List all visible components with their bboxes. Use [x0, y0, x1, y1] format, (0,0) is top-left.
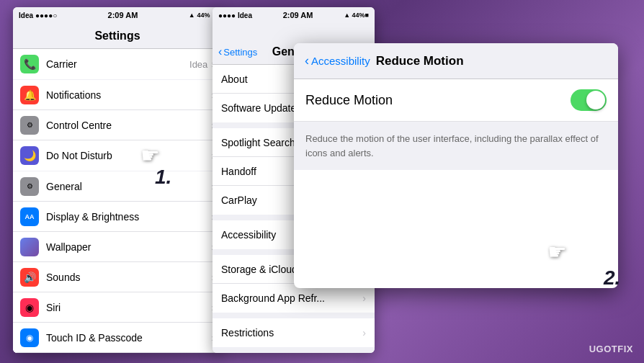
settings-item-touchid[interactable]: ◉ Touch ID & Passcode › — [13, 323, 222, 353]
back-to-settings[interactable]: ‹ Settings — [218, 45, 257, 58]
settings-group-carrier: 📞 Carrier Idea › — [13, 49, 222, 79]
notifications-icon: 🔔 — [20, 86, 39, 104]
toggle-knob — [586, 91, 605, 109]
status-bar-middle: ●●●● Idea 2:09 AM ▲ 44%■ — [213, 7, 375, 23]
middle-status-right: ▲ 44%■ — [344, 12, 369, 19]
back-label: Settings — [223, 47, 257, 58]
status-bar-left-section: Idea ●●●●○ — [19, 12, 57, 19]
sounds-label: Sounds — [46, 272, 211, 283]
step-1-label: 1. — [155, 166, 171, 189]
watermark-text: UGOTFIX — [589, 344, 633, 354]
settings-item-carrier[interactable]: 📞 Carrier Idea › — [13, 49, 222, 79]
carrier-value: Idea — [189, 59, 207, 70]
reduce-motion-body: Reduce Motion Reduce the motion of the u… — [294, 79, 618, 170]
reduce-motion-toggle[interactable] — [571, 89, 607, 111]
middle-time: 2:09 AM — [283, 11, 313, 19]
restrictions-chevron: › — [362, 327, 366, 339]
settings-nav-bar: Settings — [13, 23, 222, 49]
reduce-motion-title: Reduce Motion — [376, 54, 464, 68]
carrier-icon: 📞 — [20, 55, 39, 73]
control-centre-label: Control Centre — [46, 120, 211, 131]
do-not-disturb-icon: 🌙 — [20, 146, 39, 165]
sounds-icon: 🔊 — [20, 268, 39, 287]
bluetooth-icon: ▲ — [189, 12, 195, 19]
notifications-label: Notifications — [46, 89, 211, 101]
back-chevron-icon: ‹ — [218, 45, 222, 58]
signal-icon: ●●●●○ — [35, 12, 57, 19]
restrictions-label: Restrictions — [221, 327, 362, 339]
settings-title: Settings — [94, 30, 140, 42]
display-icon: AA — [20, 207, 39, 226]
cursor-hand-2: ☛ — [547, 239, 567, 264]
general-icon: ⚙ — [20, 177, 39, 196]
wallpaper-label: Wallpaper — [46, 241, 211, 253]
reduce-motion-toggle-row: Reduce Motion — [294, 79, 618, 122]
settings-item-wallpaper[interactable]: Wallpaper › — [13, 232, 222, 262]
touchid-icon: ◉ — [20, 328, 39, 347]
settings-item-siri[interactable]: ◉ Siri › — [13, 292, 222, 323]
settings-group-main: 🔔 Notifications › ⚙ Control Centre › 🌙 D… — [13, 80, 222, 171]
background-app-label: Background App Refr... — [221, 292, 362, 304]
settings-item-control-centre[interactable]: ⚙ Control Centre › — [13, 110, 222, 140]
settings-item-display[interactable]: AA Display & Brightness › — [13, 202, 222, 232]
wallpaper-icon — [20, 238, 39, 256]
reduce-motion-toggle-label: Reduce Motion — [305, 93, 571, 108]
general-label: General — [46, 181, 211, 192]
display-label: Display & Brightness — [46, 211, 211, 223]
do-not-disturb-label: Do Not Disturb — [46, 150, 211, 161]
rm-back-chevron-icon: ‹ — [305, 53, 309, 68]
background-app-chevron: › — [362, 292, 366, 304]
rm-back-label: Accessibility — [311, 55, 370, 67]
middle-carrier: ●●●● Idea — [218, 12, 252, 19]
control-centre-icon: ⚙ — [20, 116, 39, 135]
battery-percent: 44% — [197, 12, 210, 19]
settings-item-do-not-disturb[interactable]: 🌙 Do Not Disturb › — [13, 140, 222, 171]
reduce-motion-panel: ‹ Accessibility Reduce Motion Reduce Mot… — [294, 43, 618, 288]
status-bar-middle-left: ●●●● Idea — [218, 12, 252, 19]
settings-list: 📞 Carrier Idea › 🔔 Notifications › ⚙ Con… — [13, 49, 222, 353]
step-2-label: 2. — [604, 266, 620, 290]
settings-item-notifications[interactable]: 🔔 Notifications › — [13, 80, 222, 110]
reduce-motion-description: Reduce the motion of the user interface,… — [294, 122, 618, 170]
left-settings-panel: Idea ●●●●○ 2:09 AM ▲ 44% ■ Settings 📞 Ca… — [13, 7, 222, 353]
back-to-accessibility[interactable]: ‹ Accessibility — [305, 53, 370, 68]
settings-item-sounds[interactable]: 🔊 Sounds › — [13, 262, 222, 292]
status-bar-left: Idea ●●●●○ 2:09 AM ▲ 44% ■ — [13, 7, 222, 23]
carrier-name: Idea — [19, 12, 33, 19]
carrier-label: Carrier — [46, 58, 189, 70]
settings-item-general[interactable]: ⚙ General › — [13, 171, 222, 202]
time-display: 2:09 AM — [108, 11, 138, 19]
middle-bt: ▲ 44%■ — [344, 12, 369, 19]
settings-group-general: ⚙ General › AA Display & Brightness › Wa… — [13, 171, 222, 353]
watermark: UGOTFIX — [589, 344, 633, 354]
cursor-hand-1: ☛ — [140, 143, 160, 168]
general-item-background-app[interactable]: Background App Refr... › — [213, 284, 375, 313]
touchid-label: Touch ID & Passcode — [46, 332, 211, 344]
general-group-restrictions: Restrictions › — [213, 318, 375, 347]
reduce-motion-header: ‹ Accessibility Reduce Motion — [294, 43, 618, 79]
siri-label: Siri — [46, 302, 211, 313]
general-item-restrictions[interactable]: Restrictions › — [213, 318, 375, 347]
siri-icon: ◉ — [20, 298, 39, 317]
